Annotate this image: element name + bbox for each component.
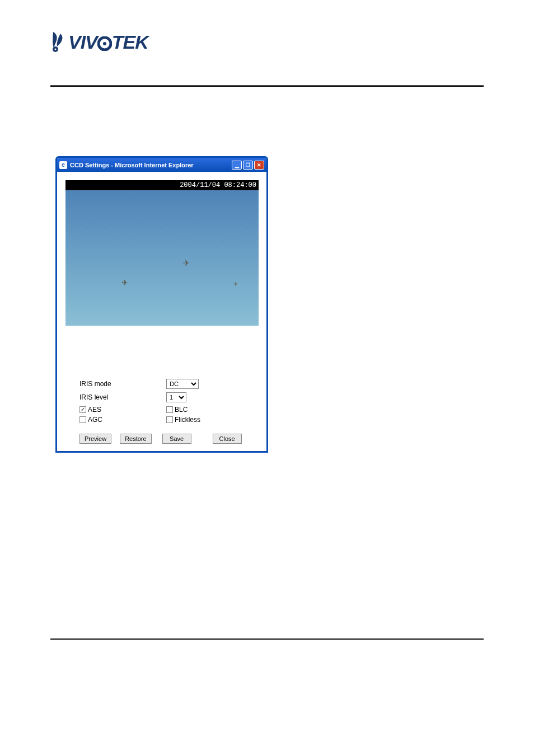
svg-point-3 xyxy=(103,42,106,45)
maximize-button[interactable]: ❐ xyxy=(243,161,253,170)
vivotek-mark-icon xyxy=(50,31,67,53)
agc-label: AGC xyxy=(88,416,102,424)
minimize-button[interactable]: ▁ xyxy=(232,161,242,170)
window-titlebar[interactable]: e CCD Settings - Microsoft Internet Expl… xyxy=(57,158,266,172)
svg-point-1 xyxy=(55,49,57,50)
page-rule-bottom xyxy=(50,638,484,640)
close-window-button[interactable]: ✕ xyxy=(254,161,264,170)
window-content: 2004/11/04 08:24:00 ✈ ✈ ✈ IRIS mode DC I… xyxy=(57,180,266,453)
video-timestamp: 2004/11/04 08:24:00 xyxy=(65,180,259,190)
save-button[interactable]: Save xyxy=(162,434,191,444)
page-rule-top xyxy=(50,85,484,87)
video-preview: 2004/11/04 08:24:00 ✈ ✈ ✈ xyxy=(65,180,259,326)
brand-logo: VIVTEK xyxy=(50,31,148,53)
flickless-label: Flickless xyxy=(175,416,200,424)
preview-button[interactable]: Preview xyxy=(79,434,111,444)
restore-button[interactable]: Restore xyxy=(120,434,152,444)
iris-level-select[interactable]: 1 xyxy=(166,392,186,402)
blc-checkbox[interactable] xyxy=(166,406,173,413)
iris-mode-select[interactable]: DC xyxy=(166,379,199,389)
ccd-settings-window: e CCD Settings - Microsoft Internet Expl… xyxy=(55,156,268,453)
bird-icon: ✈ xyxy=(233,281,238,287)
settings-form: IRIS mode DC IRIS level 1 ✓ AES xyxy=(79,379,255,444)
brand-name: VIVTEK xyxy=(68,31,148,53)
aes-checkbox[interactable]: ✓ xyxy=(79,406,86,413)
bird-icon: ✈ xyxy=(183,259,190,267)
iris-level-label: IRIS level xyxy=(79,393,166,401)
flickless-checkbox[interactable] xyxy=(166,416,173,423)
blc-label: BLC xyxy=(175,406,188,414)
ie-icon: e xyxy=(59,161,67,169)
window-controls: ▁ ❐ ✕ xyxy=(232,161,264,170)
iris-mode-label: IRIS mode xyxy=(79,380,166,388)
bird-icon: ✈ xyxy=(121,278,128,287)
window-title: CCD Settings - Microsoft Internet Explor… xyxy=(70,162,194,168)
aes-label: AES xyxy=(88,406,101,414)
agc-checkbox[interactable] xyxy=(79,416,86,423)
close-button[interactable]: Close xyxy=(213,434,242,444)
